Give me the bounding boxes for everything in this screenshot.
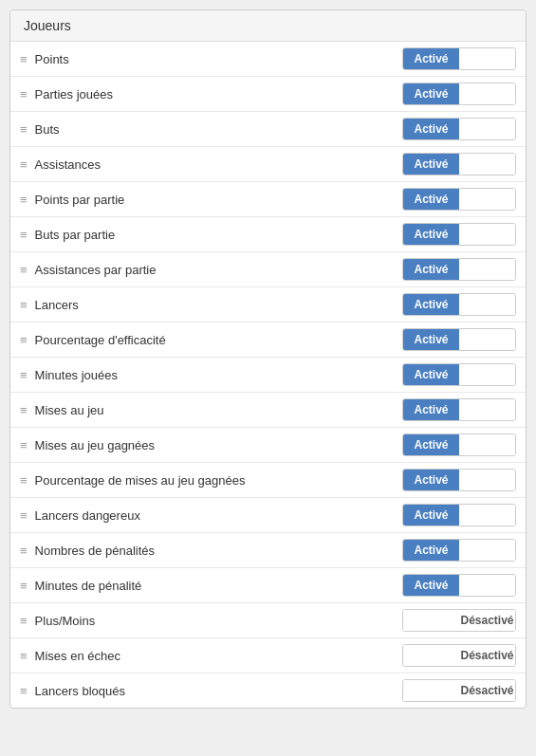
section-header: Joueurs (10, 10, 526, 42)
toggle-active-label[interactable]: Activé (403, 119, 459, 139)
list-item: ≡PointsActivéDésactivé (10, 42, 526, 77)
toggle-active-label[interactable]: Activé (403, 645, 459, 666)
toggle-active-label[interactable]: Activé (403, 364, 459, 385)
toggle-inactive-label[interactable]: Désactivé (459, 294, 515, 315)
list-item: ≡Mises au jeu gagnéesActivéDésactivé (10, 428, 526, 463)
toggle-track-pourcentage-efficacite[interactable]: ActivéDésactivé (402, 328, 516, 351)
toggle-inactive-label[interactable]: Désactivé (459, 434, 515, 455)
toggle-inactive-label[interactable]: Désactivé (459, 680, 515, 701)
list-item: ≡Lancers dangereuxActivéDésactivé (10, 498, 526, 533)
toggle-active-label[interactable]: Activé (403, 680, 459, 701)
toggle-track-points[interactable]: ActivéDésactivé (402, 47, 516, 70)
drag-handle-icon[interactable]: ≡ (20, 52, 28, 66)
drag-handle-icon[interactable]: ≡ (20, 438, 28, 452)
toggle-inactive-label[interactable]: Désactivé (459, 189, 515, 210)
toggle-active-label[interactable]: Activé (403, 610, 459, 631)
toggle-inactive-label[interactable]: Désactivé (459, 364, 515, 385)
toggle-active-label[interactable]: Activé (403, 505, 459, 526)
row-label: Points (35, 52, 402, 66)
row-label: Mises en échec (35, 649, 402, 663)
toggle-track-mises-en-echec[interactable]: ActivéDésactivé (402, 644, 516, 667)
row-label: Pourcentage d'efficacité (35, 333, 402, 347)
list-item: ≡Mises au jeuActivéDésactivé (10, 393, 526, 428)
list-item: ≡Lancers bloquésActivéDésactivé (10, 673, 526, 708)
toggle-inactive-label[interactable]: Désactivé (459, 399, 515, 420)
toggle-track-parties-jouees[interactable]: ActivéDésactivé (402, 83, 516, 105)
toggle-track-minutes-penalite[interactable]: ActivéDésactivé (402, 574, 516, 597)
toggle-inactive-label[interactable]: Désactivé (459, 154, 515, 175)
toggle-active-label[interactable]: Activé (403, 434, 459, 455)
list-item: ≡Buts par partieActivéDésactivé (10, 217, 526, 252)
drag-handle-icon[interactable]: ≡ (20, 193, 28, 207)
drag-handle-icon[interactable]: ≡ (20, 684, 28, 698)
drag-handle-icon[interactable]: ≡ (20, 473, 28, 488)
toggle-inactive-label[interactable]: Désactivé (459, 329, 515, 350)
toggle-track-lancers-dangereux[interactable]: ActivéDésactivé (402, 504, 516, 526)
drag-handle-icon[interactable]: ≡ (20, 122, 28, 137)
toggle-track-points-par-partie[interactable]: ActivéDésactivé (402, 188, 516, 211)
toggle-active-label[interactable]: Activé (403, 540, 459, 561)
toggle-inactive-label[interactable]: Désactivé (459, 505, 515, 526)
toggle-inactive-label[interactable]: Désactivé (459, 48, 515, 69)
list-item: ≡LancersActivéDésactivé (10, 287, 526, 323)
section-title: Joueurs (24, 18, 71, 33)
toggle-track-pourcentage-mises[interactable]: ActivéDésactivé (402, 469, 516, 491)
toggle-active-label[interactable]: Activé (403, 575, 459, 596)
toggle-active-label[interactable]: Activé (403, 154, 459, 175)
toggle-active-label[interactable]: Activé (403, 83, 459, 104)
drag-handle-icon[interactable]: ≡ (20, 87, 28, 101)
toggle-track-nombres-penalites[interactable]: ActivéDésactivé (402, 539, 516, 562)
toggle-active-label[interactable]: Activé (403, 329, 459, 350)
toggle-track-assistances[interactable]: ActivéDésactivé (402, 153, 516, 175)
toggle-track-buts-par-partie[interactable]: ActivéDésactivé (402, 223, 516, 246)
toggle-track-plus-moins[interactable]: ActivéDésactivé (402, 609, 516, 632)
row-label: Lancers (35, 298, 402, 312)
list-item: ≡Parties jouéesActivéDésactivé (10, 77, 526, 112)
row-label: Nombres de pénalités (35, 544, 402, 558)
row-label: Assistances (35, 157, 402, 172)
drag-handle-icon[interactable]: ≡ (20, 157, 28, 172)
list-item: ≡Plus/MoinsActivéDésactivé (10, 603, 526, 638)
row-label: Minutes de pénalité (35, 579, 402, 593)
toggle-track-minutes-jouees[interactable]: ActivéDésactivé (402, 363, 516, 386)
drag-handle-icon[interactable]: ≡ (20, 544, 28, 558)
drag-handle-icon[interactable]: ≡ (20, 333, 28, 347)
toggle-track-lancers[interactable]: ActivéDésactivé (402, 293, 516, 316)
drag-handle-icon[interactable]: ≡ (20, 298, 28, 312)
drag-handle-icon[interactable]: ≡ (20, 649, 28, 663)
toggle-inactive-label[interactable]: Désactivé (459, 610, 515, 631)
toggle-active-label[interactable]: Activé (403, 224, 459, 245)
toggle-active-label[interactable]: Activé (403, 189, 459, 210)
drag-handle-icon[interactable]: ≡ (20, 368, 28, 382)
drag-handle-icon[interactable]: ≡ (20, 508, 28, 523)
toggle-inactive-label[interactable]: Désactivé (459, 470, 515, 490)
toggle-track-mises-au-jeu-gagnees[interactable]: ActivéDésactivé (402, 433, 516, 456)
toggle-inactive-label[interactable]: Désactivé (459, 224, 515, 245)
toggle-track-lancers-bloques[interactable]: ActivéDésactivé (402, 679, 516, 702)
row-label: Points par partie (35, 193, 402, 207)
toggle-active-label[interactable]: Activé (403, 294, 459, 315)
toggle-track-mises-au-jeu[interactable]: ActivéDésactivé (402, 398, 516, 421)
toggle-active-label[interactable]: Activé (403, 470, 459, 490)
toggle-active-label[interactable]: Activé (403, 259, 459, 280)
drag-handle-icon[interactable]: ≡ (20, 614, 28, 628)
toggle-inactive-label[interactable]: Désactivé (459, 540, 515, 561)
row-label: Assistances par partie (35, 263, 402, 277)
row-label: Pourcentage de mises au jeu gagnées (35, 473, 402, 488)
row-label: Mises au jeu gagnées (35, 438, 402, 452)
drag-handle-icon[interactable]: ≡ (20, 403, 28, 417)
drag-handle-icon[interactable]: ≡ (20, 228, 28, 242)
toggle-track-buts[interactable]: ActivéDésactivé (402, 118, 516, 140)
toggle-track-assistances-par-partie[interactable]: ActivéDésactivé (402, 258, 516, 281)
toggle-inactive-label[interactable]: Désactivé (459, 119, 515, 139)
toggle-inactive-label[interactable]: Désactivé (459, 83, 515, 104)
toggle-inactive-label[interactable]: Désactivé (459, 645, 515, 666)
drag-handle-icon[interactable]: ≡ (20, 579, 28, 593)
row-label: Plus/Moins (35, 614, 402, 628)
drag-handle-icon[interactable]: ≡ (20, 263, 28, 277)
toggle-active-label[interactable]: Activé (403, 399, 459, 420)
toggle-inactive-label[interactable]: Désactivé (459, 259, 515, 280)
list-item: ≡Points par partieActivéDésactivé (10, 182, 526, 217)
toggle-inactive-label[interactable]: Désactivé (459, 575, 515, 596)
toggle-active-label[interactable]: Activé (403, 48, 459, 69)
